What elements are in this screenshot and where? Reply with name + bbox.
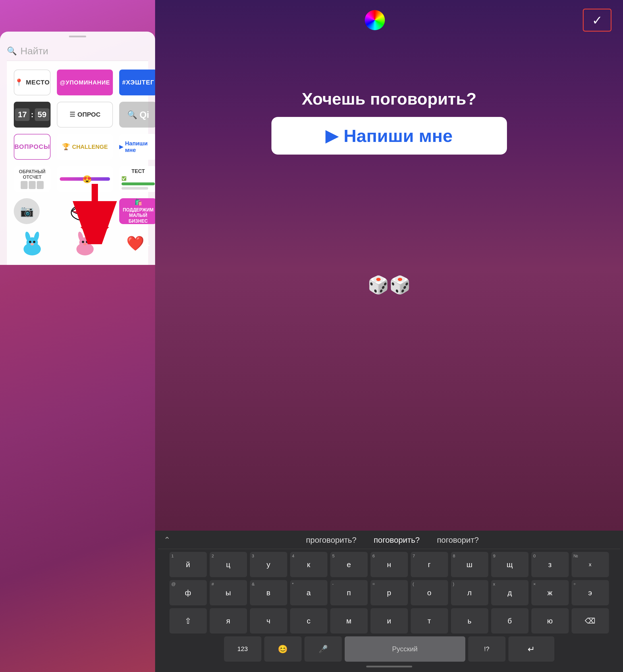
slider-track: 😍 — [60, 177, 110, 181]
poll-icon: ☰ — [69, 111, 75, 118]
key-punct[interactable]: !? — [468, 636, 506, 662]
sticker-bunny-pink[interactable] — [57, 230, 113, 256]
key-xд[interactable]: хд — [491, 580, 529, 605]
key-&в[interactable]: &в — [250, 580, 287, 605]
autocomplete-word-1[interactable]: проговорить? — [306, 535, 356, 545]
search-q-icon: 🔍 — [127, 110, 137, 119]
like-count: 1 — [145, 239, 150, 248]
key-0з[interactable]: 0з — [531, 552, 569, 577]
sticker-heart-like[interactable]: ❤️ 1 — [119, 230, 155, 256]
key-ю[interactable]: ю — [531, 608, 569, 634]
key-return[interactable]: ↵ — [508, 636, 554, 662]
key-*а[interactable]: *а — [290, 580, 327, 605]
key-)л[interactable]: )л — [451, 580, 488, 605]
key-row-3: ⇧ я ч с м и т ь б ю ⌫ — [160, 608, 618, 634]
key-ч[interactable]: ч — [250, 608, 287, 634]
sticker-voprosy[interactable]: ВОПРОСЫ — [14, 134, 51, 160]
key-5е[interactable]: 5е — [330, 552, 368, 577]
sticker-countdown[interactable]: ОБРАТНЫЙОТСЧЕТ — [14, 166, 51, 192]
key-xж[interactable]: ×ж — [531, 580, 569, 605]
key-1й[interactable]: 1й — [170, 552, 207, 577]
home-indicator — [158, 662, 620, 669]
sticker-grid: 📍 МЕСТО @УПОМИНАНИЕ #ХЭШТЕГ 17 : 59 ☰ — [7, 61, 148, 265]
autocomplete-row: ⌃ проговорить? поговорить? поговорит? — [158, 535, 620, 549]
napishi-button[interactable]: ▶ Напиши мне — [271, 117, 507, 154]
sticker-lips[interactable]: ♥ ♥ — [57, 198, 113, 224]
autocomplete-word-3[interactable]: поговорит? — [437, 535, 479, 545]
test-title: ТЕСТ — [121, 168, 155, 174]
key-#ы[interactable]: #ы — [210, 580, 247, 605]
key-6н[interactable]: 6н — [370, 552, 408, 577]
key-@ф[interactable]: @ф — [170, 580, 207, 605]
key-7г[interactable]: 7г — [411, 552, 448, 577]
key-shift[interactable]: ⇧ — [170, 608, 207, 634]
sticker-sheet: 🔍 Найти 📍 МЕСТО @УПОМИНАНИЕ #ХЭШТЕГ — [0, 32, 155, 265]
key-ь[interactable]: ь — [451, 608, 488, 634]
key-4к[interactable]: 4к — [290, 552, 327, 577]
autocomplete-word-2[interactable]: поговорить? — [374, 535, 420, 545]
confirm-button[interactable]: ✓ — [583, 9, 612, 32]
heart-icon: ❤️ — [126, 235, 144, 252]
story-content: Хочешь поговорить? ▶ Напиши мне 🎲🎲 — [155, 37, 623, 531]
napishi-label: Напиши мне — [344, 125, 453, 146]
key--п[interactable]: -п — [330, 580, 368, 605]
sticker-poll[interactable]: ☰ ОПРОС — [57, 102, 113, 127]
key-8ш[interactable]: 8ш — [451, 552, 488, 577]
search-bar[interactable]: 🔍 Найти — [7, 41, 148, 61]
key-=р[interactable]: =р — [370, 580, 408, 605]
sticker-challenge[interactable]: 🏆 CHALLENGE — [57, 134, 113, 160]
color-picker-button[interactable] — [365, 10, 385, 30]
key-(о[interactable]: (о — [411, 580, 448, 605]
sticker-voprosy-label: ВОПРОСЫ — [14, 143, 50, 150]
sticker-search-q[interactable]: 🔍 Qi — [119, 102, 155, 127]
sticker-mention-label: @УПОМИНАНИЕ — [60, 79, 110, 86]
keyboard-rows: 1й 2ц 3у 4к 5е 6н 7г 8ш 9щ 0з №х @ф #ы &… — [158, 552, 620, 662]
key-backspace[interactable]: ⌫ — [571, 608, 609, 634]
key-с[interactable]: с — [290, 608, 327, 634]
key-space[interactable]: Русский — [345, 636, 465, 662]
sticker-test[interactable]: ТЕСТ ✅ — [119, 166, 155, 192]
trophy-icon: 🏆 — [62, 143, 70, 150]
drag-handle[interactable] — [69, 36, 86, 37]
sticker-mention[interactable]: @УПОМИНАНИЕ — [57, 69, 113, 95]
sticker-hashtag[interactable]: #ХЭШТЕГ — [119, 69, 155, 95]
sticker-bunny-blue[interactable] — [14, 230, 51, 256]
sticker-slider[interactable]: 😍 — [57, 166, 113, 192]
sticker-support[interactable]: 🛍️ ПОДДЕРЖИММАЛЫЙ БИЗНЕС — [119, 198, 155, 224]
autocomplete-chevron: ⌃ — [164, 535, 170, 545]
key-Nх[interactable]: №х — [571, 552, 609, 577]
sticker-hashtag-label: #ХЭШТЕГ — [122, 79, 154, 86]
key-я[interactable]: я — [210, 608, 247, 634]
send-icon-left: ▶ — [119, 144, 123, 150]
svg-point-7 — [29, 241, 31, 243]
dice-sticker[interactable]: 🎲🎲 — [368, 275, 411, 295]
right-panel: ✓ Хочешь поговорить? ▶ Напиши мне 🎲🎲 ⌃ п… — [155, 0, 623, 672]
sticker-time[interactable]: 17 : 59 — [14, 102, 51, 127]
svg-point-14 — [82, 241, 84, 243]
search-q-label: Qi — [140, 110, 149, 120]
key-mic[interactable]: 🎤 — [304, 636, 342, 662]
key-9щ[interactable]: 9щ — [491, 552, 529, 577]
camera-icon: 📷 — [20, 205, 34, 217]
key-б[interactable]: б — [491, 608, 529, 634]
key-row-1: 1й 2ц 3у 4к 5е 6н 7г 8ш 9щ 0з №х — [160, 552, 618, 577]
key-м[interactable]: м — [330, 608, 368, 634]
story-title: Хочешь поговорить? — [302, 89, 476, 108]
test-bar-gray — [121, 187, 148, 190]
lips-svg: ♥ ♥ — [69, 200, 101, 223]
countdown-bars — [21, 181, 44, 189]
sticker-napishi[interactable]: ▶ Напиши мне — [119, 134, 155, 160]
sticker-mesto[interactable]: 📍 МЕСТО — [14, 69, 51, 95]
bunny-pink-svg — [72, 230, 98, 256]
key-emoji[interactable]: 😊 — [264, 636, 302, 662]
key-row-2: @ф #ы &в *а -п =р (о )л хд ×ж ÷э — [160, 580, 618, 605]
sticker-camera[interactable]: 📷 — [14, 198, 40, 224]
svg-point-9 — [30, 243, 34, 245]
key-и[interactable]: и — [370, 608, 408, 634]
key-2ц[interactable]: 2ц — [210, 552, 247, 577]
sticker-poll-label: ОПРОС — [78, 111, 100, 118]
key-nums[interactable]: 123 — [224, 636, 261, 662]
key-т[interactable]: т — [411, 608, 448, 634]
key-3у[interactable]: 3у — [250, 552, 287, 577]
key-divэ[interactable]: ÷э — [571, 580, 609, 605]
